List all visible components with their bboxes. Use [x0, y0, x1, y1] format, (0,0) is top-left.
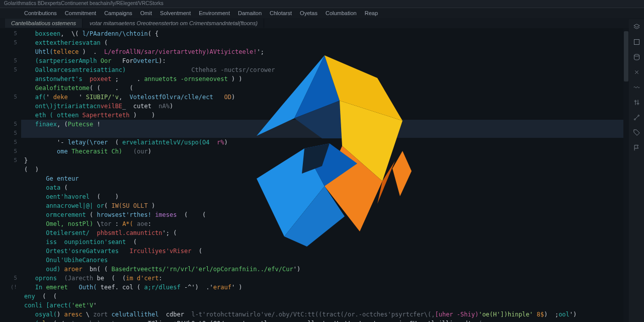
line-number	[0, 265, 17, 274]
line-number	[0, 219, 17, 228]
svg-rect-1	[634, 39, 639, 44]
code-line[interactable]: Onul'UbiheCanores	[21, 256, 629, 265]
line-number: 5	[0, 274, 17, 283]
menu-item[interactable]: Damaiton	[238, 10, 262, 16]
code-area[interactable]: boxseen, \( l/PAardenn/\chtoin( { exttex…	[21, 28, 629, 322]
code-line[interactable]: ont\)jtriariattacnveilBE_ cutet nA%)	[21, 102, 629, 111]
arrows-icon[interactable]	[632, 67, 641, 76]
line-number: (!	[0, 283, 17, 292]
line-number	[0, 102, 17, 111]
editor: 55555555555(!555 boxseen, \( l/PAardenn/…	[0, 28, 629, 322]
line-number: 5	[0, 93, 17, 102]
menu-item[interactable]: Environment	[199, 10, 230, 16]
line-number	[0, 210, 17, 219]
scrollbar-thumb[interactable]	[624, 31, 628, 82]
vertical-scrollbar[interactable]	[623, 28, 629, 322]
line-number: 5	[0, 38, 17, 47]
code-line[interactable]: Ortest'osreGatvartes Irculliyes'vRiser (	[21, 247, 629, 256]
line-number	[0, 111, 17, 120]
diff-icon[interactable]	[632, 98, 641, 107]
code-line[interactable]: Uhtl(tellece ) . L/efroAllN/sar/viertart…	[21, 47, 629, 56]
code-line[interactable]: ( )	[21, 165, 629, 174]
code-line[interactable]: Gealofitutetome( ( . (	[21, 84, 629, 93]
code-line[interactable]: eth ( otteen Sapertterteth ) )	[21, 111, 629, 120]
code-line[interactable]: af(' deke ' SIUBIP/'v, VotelostfOlvra/cl…	[21, 93, 629, 102]
line-number	[0, 174, 17, 183]
line-number: 5	[0, 56, 17, 65]
line-number	[0, 237, 17, 247]
code-line[interactable]: conli [arect('eet'V'	[21, 301, 629, 310]
code-line[interactable]: Ge enteur	[21, 174, 629, 183]
code-line[interactable]: oprons (Jarecth be ( (im d'cert:	[21, 274, 629, 283]
line-number: 5	[0, 138, 17, 147]
line-number	[0, 165, 17, 174]
code-line[interactable]: finaex, (Putecse !	[21, 120, 629, 129]
line-number	[0, 47, 17, 56]
code-line[interactable]: Oallearcesantreisattianc) Cthehas -nucts…	[21, 65, 629, 74]
code-line[interactable]: (sartperiserAmplh Oor ForOveterL):	[21, 56, 629, 65]
line-number: 5	[0, 29, 17, 38]
database-icon[interactable]	[632, 52, 641, 61]
menu-item[interactable]: Contributions	[24, 10, 57, 16]
menu-item[interactable]: Solventment	[160, 10, 191, 16]
tag-icon[interactable]	[632, 128, 641, 137]
code-line[interactable]: eny ( (	[21, 292, 629, 301]
code-line[interactable]: oent'havorel ( )	[21, 192, 629, 201]
line-number	[0, 192, 17, 201]
svg-point-3	[634, 119, 635, 120]
wave-icon[interactable]	[632, 83, 641, 92]
layers-icon[interactable]	[632, 22, 641, 31]
box-icon[interactable]	[632, 37, 641, 46]
code-line[interactable]: anstonwhert's poxeet ; . annuetots -orns…	[21, 74, 629, 84]
menu-item[interactable]: Commitment	[65, 10, 96, 16]
menu-item[interactable]: Reap	[365, 10, 378, 16]
code-line[interactable]: '- letay(\roer ( ervelariatntelvV/uspo(O…	[21, 138, 629, 147]
menu-item[interactable]: Chlotarst	[270, 10, 292, 16]
line-number	[0, 183, 17, 192]
flag-icon[interactable]	[632, 143, 641, 152]
window-title: Golarithmatics BDexpertsContinuenet beac…	[4, 1, 164, 6]
window-title-bar: Golarithmatics BDexpertsContinuenet beac…	[0, 0, 644, 8]
line-number	[0, 256, 17, 265]
code-line[interactable]: exttextheriesvatan (	[21, 38, 629, 47]
line-number	[0, 292, 17, 301]
code-line[interactable]: In emeret Outh( teef. col ( a;r/dluesf -…	[21, 283, 629, 292]
code-line[interactable]: oata (	[21, 183, 629, 192]
svg-point-4	[638, 115, 639, 116]
line-number	[0, 228, 17, 237]
line-number	[0, 84, 17, 93]
code-line[interactable]: ormcerement ( hrowsest'rthes! imeses ( (	[21, 210, 629, 219]
tab-secondary[interactable]: votar mitamaetens Oreotreensterton om Cr…	[84, 19, 264, 28]
svg-point-2	[634, 54, 639, 56]
line-number: 5	[0, 65, 17, 74]
menu-item[interactable]: Campaigns	[104, 10, 132, 16]
code-line[interactable]: annacrowel|@| or( IW(SU OLLT )	[21, 201, 629, 210]
code-line[interactable]: (:lq ( /arteesahe)rast. . our TClierr+Pt…	[21, 319, 629, 322]
line-number: 5	[0, 120, 17, 129]
tab-bar: Cantelibalatious ostemens votar mitamaet…	[0, 18, 644, 28]
code-line[interactable]: Oteilersent/ phbsmtl.camuntictn'; (	[21, 228, 629, 237]
code-line[interactable]: Omel, nostPl) \tor : A*( aoe:	[21, 219, 629, 228]
code-line[interactable]: osyal() aresc \ zort celutallithel cdber…	[21, 310, 629, 319]
menu-item[interactable]: Omit	[140, 10, 152, 16]
line-number	[0, 74, 17, 84]
line-number: 5	[0, 129, 17, 138]
menu-item[interactable]: Columbation	[326, 10, 357, 16]
line-number	[0, 301, 17, 310]
code-line[interactable]: iss ounpiontion'seant (	[21, 237, 629, 247]
line-number: 5	[0, 147, 17, 156]
tab-active[interactable]: Cantelibalatious ostemens	[5, 19, 83, 28]
code-line[interactable]	[21, 129, 629, 138]
line-number: 5	[0, 156, 17, 165]
line-number	[0, 247, 17, 256]
code-line[interactable]: }	[21, 156, 629, 165]
svg-marker-0	[633, 24, 639, 27]
line-number	[0, 310, 17, 319]
line-number	[0, 201, 17, 210]
code-line[interactable]: oud) aroer bn( ( Basedrtveectts/'rn/vrl/…	[21, 265, 629, 274]
code-line[interactable]: ome Thecerasit Ch) (our)	[21, 147, 629, 156]
graph-icon[interactable]	[632, 113, 641, 122]
code-line[interactable]: boxseen, \( l/PAardenn/\chtoin( {	[21, 29, 629, 38]
menu-item[interactable]: Oyetas	[300, 10, 317, 16]
line-number-gutter: 55555555555(!555	[0, 28, 21, 322]
